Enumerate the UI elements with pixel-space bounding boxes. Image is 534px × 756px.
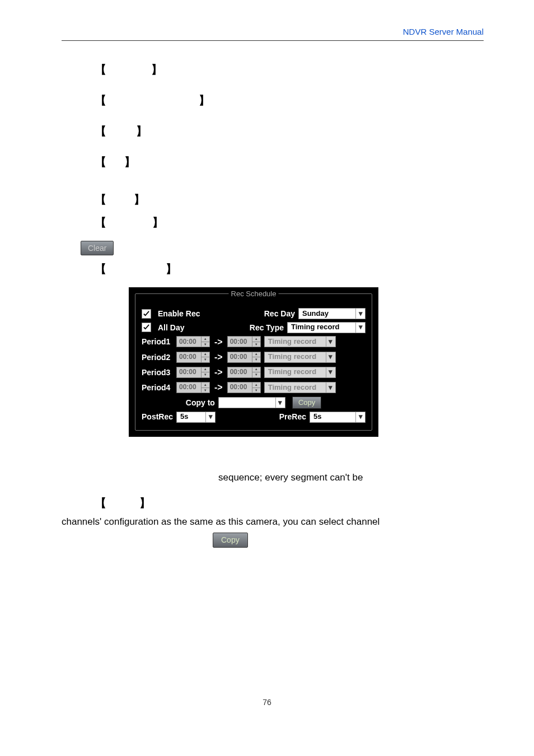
- rec-type-value: Timing record: [288, 322, 355, 333]
- time-value: 00:00: [177, 337, 201, 347]
- time-value: 00:00: [177, 367, 201, 377]
- clear-button-line: Clear: [81, 241, 484, 255]
- clear-button[interactable]: Clear: [81, 241, 114, 255]
- period-label: Period2: [142, 352, 173, 363]
- time-value: 00:00: [177, 382, 201, 392]
- chevron-down-icon: ▾: [326, 337, 335, 347]
- prerec-label: PreRec: [279, 411, 306, 422]
- rec-day-value: Sunday: [299, 309, 355, 319]
- enable-rec-checkbox[interactable]: [142, 309, 151, 319]
- period1-from-spinner[interactable]: 00:00▴▾: [176, 336, 210, 347]
- prerec-value: 5s: [310, 412, 355, 422]
- open-bracket: 【: [95, 216, 106, 228]
- arrow-icon: ->: [213, 381, 224, 394]
- bracket-line-4: 【Max】: [95, 154, 484, 170]
- close-bracket: 】: [199, 94, 210, 106]
- period1-type-select[interactable]: Timing record▾: [264, 336, 336, 347]
- chevron-down-icon: ▾: [326, 352, 335, 362]
- type-value: Timing record: [265, 382, 326, 393]
- header-rule: [62, 40, 484, 41]
- bracket-line-1: 【Resolution】: [95, 62, 484, 78]
- body-text-copy: channels' configuration as the same as t…: [62, 515, 484, 529]
- close-bracket: 】: [151, 63, 162, 76]
- bracket-line-7: 【Rec Schedule】: [95, 261, 484, 277]
- copy-button[interactable]: Copy: [292, 396, 321, 409]
- chevron-down-icon: ▾: [205, 412, 215, 422]
- hidden-text: Frame: [106, 195, 134, 206]
- period-row: Period2 00:00▴▾ -> 00:00▴▾ Timing record…: [142, 351, 366, 363]
- period3-type-select[interactable]: Timing record▾: [264, 367, 336, 378]
- hidden-text: Rec Schedule: [106, 264, 166, 275]
- bracket-line-5: 【Frame】: [95, 192, 484, 208]
- period2-to-spinner[interactable]: 00:00▴▾: [227, 352, 261, 363]
- period3-to-spinner[interactable]: 00:00▴▾: [227, 367, 261, 378]
- close-bracket: 】: [124, 156, 135, 168]
- chevron-down-icon: ▾: [355, 322, 365, 333]
- hidden-text: Resolution: [106, 65, 151, 76]
- postrec-label: PostRec: [142, 411, 173, 422]
- time-value: 00:00: [228, 367, 252, 377]
- arrow-icon: ->: [213, 335, 224, 348]
- type-value: Timing record: [265, 352, 326, 362]
- hidden-text: Copy to: [106, 498, 139, 509]
- copy-button-inline[interactable]: Copy: [213, 533, 248, 547]
- period1-to-spinner[interactable]: 00:00▴▾: [227, 336, 261, 347]
- period-row: Period3 00:00▴▾ -> 00:00▴▾ Timing record…: [142, 366, 366, 379]
- open-bracket: 【: [95, 63, 106, 76]
- arrow-icon: ->: [213, 351, 224, 363]
- period3-from-spinner[interactable]: 00:00▴▾: [176, 367, 210, 378]
- period4-type-select[interactable]: Timing record▾: [264, 382, 336, 393]
- open-bracket: 【: [95, 193, 106, 206]
- close-bracket: 】: [139, 497, 151, 509]
- rec-day-label: Rec Day: [264, 308, 295, 319]
- hidden-text: Clear OSD: [106, 218, 152, 228]
- period4-to-spinner[interactable]: 00:00▴▾: [227, 382, 261, 393]
- hidden-text: Quality: [106, 127, 136, 137]
- chevron-down-icon: ▾: [326, 367, 335, 377]
- period2-from-spinner[interactable]: 00:00▴▾: [176, 352, 210, 363]
- copy-to-select[interactable]: ▾: [218, 397, 285, 408]
- page-number: 76: [0, 698, 534, 707]
- copy-button-line: Copy: [213, 533, 484, 547]
- hidden-text: Encoding Frame Rate: [106, 96, 199, 106]
- type-value: Timing record: [265, 367, 326, 377]
- enable-rec-label: Enable Rec: [158, 308, 261, 319]
- all-day-checkbox[interactable]: [142, 323, 151, 332]
- body-text-sequence: sequence; every segment can't be: [218, 470, 484, 485]
- close-bracket: 】: [166, 263, 177, 275]
- time-value: 00:00: [177, 352, 201, 362]
- close-bracket: 】: [136, 125, 147, 137]
- chevron-down-icon: ▾: [326, 382, 335, 393]
- rec-type-select[interactable]: Timing record▾: [287, 322, 366, 333]
- bracket-line-3: 【Quality】: [95, 123, 484, 139]
- rec-day-select[interactable]: Sunday▾: [298, 308, 366, 319]
- close-bracket: 】: [152, 216, 163, 228]
- prerec-select[interactable]: 5s▾: [310, 412, 366, 423]
- period-row: Period1 00:00▴▾ -> 00:00▴▾ Timing record…: [142, 335, 366, 348]
- period-label: Period4: [142, 382, 173, 393]
- period2-type-select[interactable]: Timing record▾: [264, 352, 336, 363]
- bracket-line-6: 【Clear OSD】: [95, 214, 484, 231]
- header-link[interactable]: NDVR Server Manual: [403, 27, 484, 36]
- chevron-down-icon: ▾: [355, 412, 365, 422]
- hidden-text: Max: [106, 157, 124, 168]
- chevron-down-icon: ▾: [275, 398, 285, 408]
- rec-type-label: Rec Type: [250, 322, 284, 333]
- open-bracket: 【: [95, 497, 106, 509]
- time-value: 00:00: [228, 337, 252, 347]
- type-value: Timing record: [265, 337, 326, 347]
- postrec-value: 5s: [177, 412, 205, 422]
- period-row: Period4 00:00▴▾ -> 00:00▴▾ Timing record…: [142, 381, 366, 394]
- time-value: 00:00: [228, 382, 252, 392]
- copy-to-label: Copy to: [186, 397, 215, 408]
- open-bracket: 【: [95, 263, 106, 275]
- all-day-label: All Day: [158, 322, 246, 333]
- bracket-line-2: 【Encoding Frame Rate】: [95, 92, 484, 109]
- period-label: Period1: [142, 336, 173, 347]
- arrow-icon: ->: [213, 366, 224, 379]
- open-bracket: 【: [95, 94, 106, 106]
- period-label: Period3: [142, 367, 173, 378]
- postrec-select[interactable]: 5s▾: [176, 412, 216, 423]
- time-value: 00:00: [228, 352, 252, 362]
- period4-from-spinner[interactable]: 00:00▴▾: [176, 382, 210, 393]
